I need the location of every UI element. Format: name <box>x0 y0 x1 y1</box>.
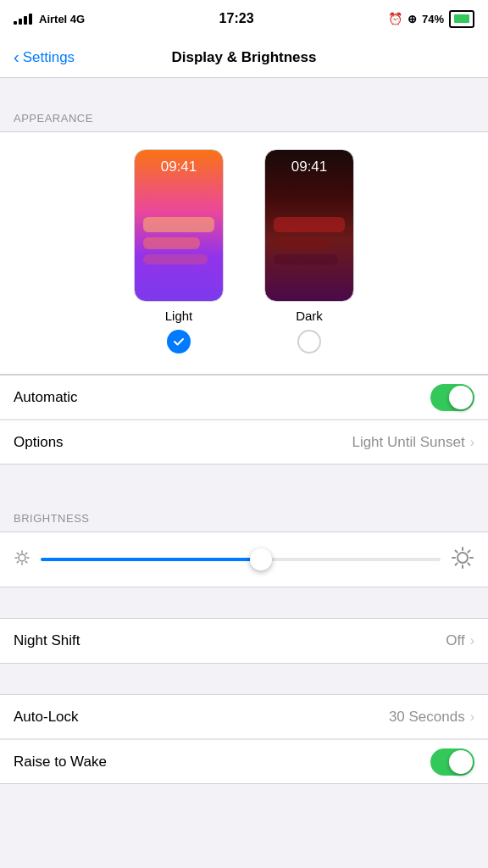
gap-before-auto-lock <box>0 664 488 694</box>
raise-to-wake-toggle-knob <box>449 750 473 774</box>
brightness-section <box>0 531 488 587</box>
light-time: 09:41 <box>135 150 223 175</box>
night-shift-row[interactable]: Night Shift Off › <box>0 619 488 663</box>
auto-lock-value: 30 Seconds <box>389 709 465 726</box>
dark-theme-label: Dark <box>296 309 323 323</box>
svg-line-15 <box>468 563 469 565</box>
brightness-thumb <box>250 548 272 570</box>
svg-line-6 <box>25 561 26 562</box>
brightness-slider[interactable] <box>41 558 441 561</box>
auto-lock-value-container: 30 Seconds › <box>389 709 474 726</box>
svg-line-14 <box>456 551 458 553</box>
night-shift-value: Off <box>446 632 464 649</box>
svg-line-16 <box>468 551 469 553</box>
svg-point-9 <box>458 553 468 563</box>
light-theme-radio[interactable] <box>167 330 191 353</box>
night-shift-section: Night Shift Off › <box>0 618 488 664</box>
appearance-section: 09:41 Light 09:41 <box>0 131 488 375</box>
options-value-container: Light Until Sunset › <box>352 434 474 451</box>
appearance-section-header: APPEARANCE <box>0 95 488 131</box>
raise-to-wake-label: Raise to Wake <box>14 754 107 771</box>
auto-lock-label: Auto-Lock <box>14 709 79 726</box>
status-bar: Airtel 4G 17:23 ⏰ ⊕ 74% <box>0 0 488 37</box>
options-row[interactable]: Options Light Until Sunset › <box>0 420 488 464</box>
dark-theme-radio[interactable] <box>297 330 321 353</box>
night-shift-value-container: Off › <box>446 632 474 649</box>
brightness-section-header: BRIGHTNESS <box>0 495 488 531</box>
battery-percentage: 74% <box>422 13 444 25</box>
svg-line-7 <box>25 553 26 554</box>
svg-point-0 <box>19 554 25 561</box>
brightness-high-icon <box>451 546 474 573</box>
status-time: 17:23 <box>219 11 254 26</box>
dark-theme-preview: 09:41 <box>264 149 354 302</box>
gap-before-brightness <box>0 465 488 495</box>
status-right: ⏰ ⊕ 74% <box>388 10 474 28</box>
checkmark-icon <box>172 335 186 348</box>
status-left: Airtel 4G <box>14 13 85 25</box>
auto-lock-row[interactable]: Auto-Lock 30 Seconds › <box>0 695 488 739</box>
battery-icon <box>449 10 474 28</box>
svg-line-8 <box>17 561 18 562</box>
automatic-label: Automatic <box>14 389 78 406</box>
back-chevron-icon: ‹ <box>14 47 19 67</box>
signal-bars <box>14 14 32 25</box>
options-value: Light Until Sunset <box>352 434 464 451</box>
page-title: Display & Brightness <box>172 49 317 66</box>
raise-to-wake-row: Raise to Wake <box>0 739 488 783</box>
light-theme-label: Light <box>165 309 193 323</box>
light-preview-bars <box>135 210 223 301</box>
gap-before-night-shift <box>0 587 488 618</box>
automatic-section: Automatic Options Light Until Sunset › <box>0 375 488 465</box>
brightness-fill <box>41 558 261 561</box>
back-button[interactable]: ‹ Settings <box>14 47 75 67</box>
dark-time: 09:41 <box>265 150 353 175</box>
raise-to-wake-toggle[interactable] <box>430 748 474 776</box>
brightness-low-icon <box>14 549 30 570</box>
auto-lock-section: Auto-Lock 30 Seconds › Raise to Wake <box>0 694 488 784</box>
location-icon: ⊕ <box>408 13 417 25</box>
night-shift-chevron-icon: › <box>470 633 474 648</box>
dark-preview-bars <box>265 210 353 301</box>
options-label: Options <box>14 434 64 451</box>
gap-before-appearance <box>0 78 488 95</box>
dark-theme-option[interactable]: 09:41 Dark <box>264 149 354 353</box>
auto-lock-chevron-icon: › <box>470 709 474 725</box>
brightness-row <box>14 546 474 573</box>
alarm-icon: ⏰ <box>388 12 402 25</box>
carrier-label: Airtel 4G <box>39 13 85 25</box>
automatic-toggle-knob <box>449 386 473 409</box>
automatic-toggle[interactable] <box>430 384 474 411</box>
back-label[interactable]: Settings <box>23 49 75 66</box>
night-shift-label: Night Shift <box>14 632 80 649</box>
automatic-row: Automatic <box>0 376 488 420</box>
theme-options: 09:41 Light 09:41 <box>0 149 488 353</box>
light-theme-preview: 09:41 <box>134 149 224 302</box>
nav-bar: ‹ Settings Display & Brightness <box>0 37 488 78</box>
light-theme-option[interactable]: 09:41 Light <box>134 149 224 353</box>
svg-line-5 <box>17 553 18 554</box>
svg-line-17 <box>456 563 458 565</box>
options-chevron-icon: › <box>470 435 474 450</box>
